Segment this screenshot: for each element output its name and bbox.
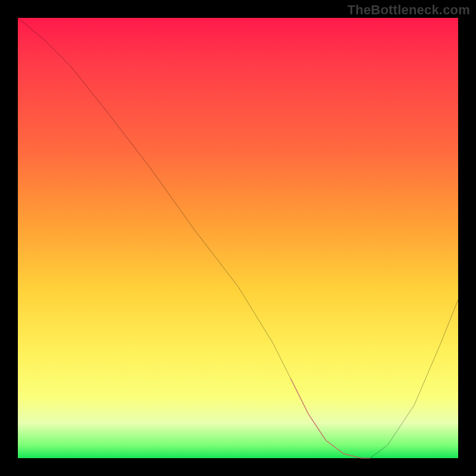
valley-marker [291,379,370,458]
curve-group [18,18,458,458]
watermark-text: TheBottleneck.com [347,2,470,18]
chart-frame: TheBottleneck.com [0,0,476,476]
curve-svg [18,18,458,458]
bottleneck-curve [18,18,458,458]
plot-area [18,18,458,458]
